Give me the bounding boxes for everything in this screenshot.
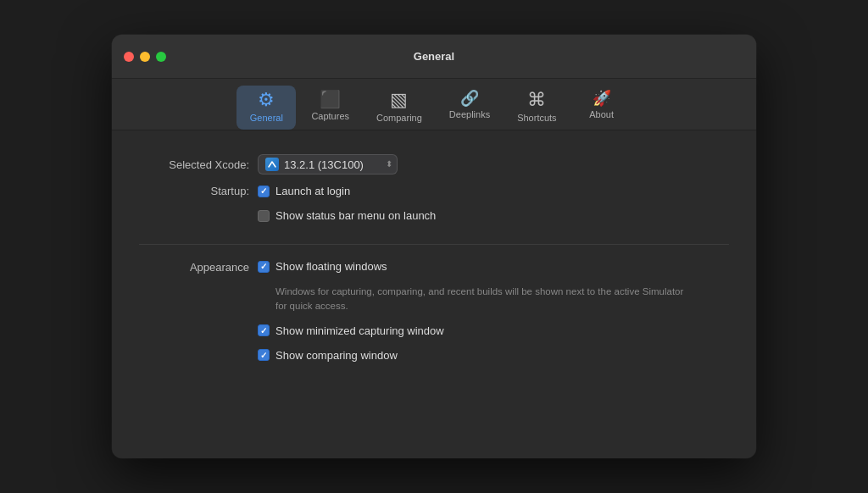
content-area: Selected Xcode: 13.2.1 (13C100) ⬍ Startu… — [112, 130, 756, 392]
tab-shortcuts[interactable]: ⌘ Shortcuts — [505, 86, 568, 130]
tab-deeplinks-label: Deeplinks — [449, 109, 490, 119]
shortcuts-icon: ⌘ — [527, 91, 546, 109]
startup-label: Startup: — [139, 185, 249, 197]
toolbar: ⚙ General ⬛ Captures ▧ Comparing 🔗 Deepl… — [112, 79, 756, 130]
appearance-label: Appearance — [139, 260, 249, 274]
tab-captures[interactable]: ⬛ Captures — [299, 86, 361, 130]
minimize-button[interactable] — [140, 52, 150, 62]
tab-general-label: General — [250, 113, 283, 123]
close-button[interactable] — [124, 52, 134, 62]
launch-login-row: ✓ Launch at login — [258, 185, 436, 197]
window-title: General — [414, 50, 454, 63]
minimized-window-row: ✓ Show minimized capturing window — [258, 324, 691, 337]
comparing-window-checkbox[interactable]: ✓ — [258, 349, 270, 361]
status-bar-row: Show status bar menu on launch — [258, 209, 436, 222]
tab-comparing-label: Comparing — [376, 113, 422, 123]
xcode-dropdown[interactable]: 13.2.1 (13C100) ⬍ — [258, 154, 398, 174]
captures-icon: ⬛ — [320, 91, 341, 108]
section-divider — [139, 244, 729, 245]
tab-shortcuts-label: Shortcuts — [517, 113, 556, 123]
xcode-app-icon — [265, 158, 279, 171]
comparing-icon: ▧ — [390, 91, 408, 109]
title-bar: General — [112, 35, 756, 79]
tab-deeplinks[interactable]: 🔗 Deeplinks — [437, 86, 502, 130]
comparing-window-row: ✓ Show comparing window — [258, 349, 691, 362]
minimized-window-label: Show minimized capturing window — [275, 324, 444, 337]
comparing-window-label: Show comparing window — [275, 349, 398, 362]
floating-description: Windows for capturing, comparing, and re… — [275, 285, 691, 314]
about-icon: 🚀 — [593, 91, 611, 106]
launch-login-checkbox[interactable]: ✓ — [258, 186, 270, 197]
tab-about[interactable]: 🚀 About — [572, 86, 632, 130]
floating-windows-checkbox[interactable]: ✓ — [258, 261, 270, 273]
main-window: General ⚙ General ⬛ Captures ▧ Comparing… — [112, 35, 756, 458]
floating-windows-row: ✓ Show floating windows — [258, 260, 691, 273]
floating-windows-label: Show floating windows — [275, 260, 387, 273]
maximize-button[interactable] — [156, 52, 166, 62]
minimized-window-checkbox[interactable]: ✓ — [258, 324, 270, 336]
appearance-options: ✓ Show floating windows Windows for capt… — [258, 260, 691, 368]
window-controls — [124, 52, 166, 62]
tab-captures-label: Captures — [311, 111, 349, 121]
deeplinks-icon: 🔗 — [460, 91, 479, 106]
dropdown-arrows: ⬍ — [386, 160, 392, 169]
xcode-row: Selected Xcode: 13.2.1 (13C100) ⬍ — [139, 154, 729, 174]
gear-icon: ⚙ — [258, 91, 275, 109]
tab-about-label: About — [589, 109, 614, 119]
tab-comparing[interactable]: ▧ Comparing — [364, 86, 434, 130]
startup-row: Startup: ✓ Launch at login Show status b… — [139, 185, 729, 229]
xcode-version: 13.2.1 (13C100) — [284, 158, 364, 171]
xcode-label: Selected Xcode: — [139, 158, 249, 171]
appearance-row: Appearance ✓ Show floating windows Windo… — [139, 260, 729, 368]
startup-options: ✓ Launch at login Show status bar menu o… — [258, 185, 436, 229]
status-bar-checkbox[interactable] — [258, 210, 270, 222]
status-bar-label: Show status bar menu on launch — [275, 209, 436, 222]
tab-general[interactable]: ⚙ General — [236, 86, 296, 130]
launch-login-label: Launch at login — [275, 185, 350, 197]
